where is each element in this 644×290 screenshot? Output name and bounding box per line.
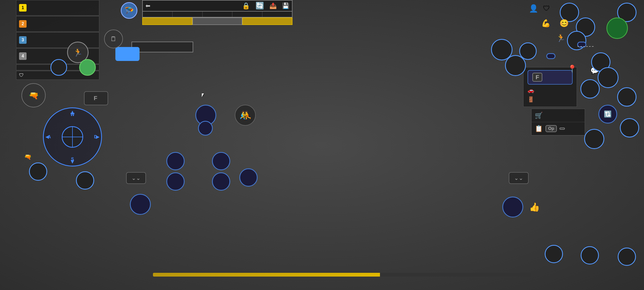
run-icon: 🏃 [556, 34, 566, 42]
chevron-down-button[interactable] [142, 25, 292, 28]
player-item-1[interactable]: 1 [16, 0, 99, 16]
weapon-slot-4-container [130, 194, 151, 215]
dpad-center [62, 126, 83, 148]
rotate-button[interactable]: 🔃 [598, 105, 617, 124]
smiley-icon-button[interactable]: 😊 [559, 19, 569, 28]
save-icon[interactable]: 💾 [282, 2, 289, 9]
dpad-inner: ▲ ▼ ◄ ► W S A D [43, 107, 102, 166]
player-number-4: 4 [19, 52, 27, 60]
location-icon-button[interactable]: 📍 [568, 64, 577, 73]
weapon-2-container [212, 152, 230, 191]
add-button[interactable] [203, 12, 232, 17]
ammo-icon: 🔫 [24, 154, 31, 161]
view-button[interactable] [115, 47, 140, 61]
cancel-button[interactable]: F [84, 91, 108, 105]
ammo-counter: 🔫 [24, 154, 33, 161]
c-key-button[interactable] [581, 246, 599, 264]
q-key-button[interactable] [50, 59, 67, 76]
v-key-label [559, 128, 565, 130]
get-in-icon: 🚪 [528, 96, 534, 103]
rescue-button-container [195, 105, 216, 127]
four-key-button[interactable] [130, 194, 151, 215]
exit-button[interactable] [143, 12, 173, 17]
mouse-r-top-button[interactable] [606, 17, 628, 39]
g-key-button[interactable] [502, 197, 523, 218]
export-icon[interactable]: 📤 [269, 2, 277, 9]
top-right-icons: 👤 🛡 [529, 4, 550, 13]
progress-bar [153, 273, 380, 277]
dropdown-btn-left[interactable]: ⌄⌄ [126, 172, 146, 184]
six-key-button[interactable] [239, 168, 258, 187]
weapon-slot-1[interactable] [166, 172, 185, 191]
rotate-icon: 🔃 [604, 110, 612, 118]
lock-icon[interactable]: 🔒 [242, 2, 250, 10]
smiley-icon: 😊 [559, 19, 569, 27]
muscle-icon: 💪 [541, 19, 551, 27]
muscle-icon-button[interactable]: 💪 [541, 19, 551, 28]
bottom-dropdown-left[interactable]: ⌄⌄ [126, 172, 146, 184]
space-button[interactable] [620, 118, 639, 137]
dropdown-btn-right[interactable]: ⌄⌄ [509, 172, 529, 184]
f2-button[interactable] [76, 171, 94, 190]
person-icon-button[interactable]: 👤 [529, 4, 538, 13]
player-number-2: 2 [19, 20, 27, 28]
menu-bar: ⬅ 🔒 🔄 📤 💾 [142, 0, 292, 12]
d-key: D [94, 135, 97, 139]
parachute-button[interactable]: 🪂 [121, 2, 137, 19]
shield-icon-button[interactable]: 🛡 [543, 4, 550, 13]
f-large-button[interactable] [505, 55, 526, 76]
b-key-1[interactable] [166, 152, 185, 170]
mouse-r-side-button[interactable] [617, 87, 636, 107]
shop-icon: 🛒 [535, 112, 543, 119]
open-icon: 📋 [535, 125, 543, 132]
grenade-button[interactable]: 🔫 [21, 83, 46, 107]
shop-panel: 🛒 📋 Op [531, 109, 585, 136]
reset-button[interactable] [232, 12, 262, 17]
player-number-3: 3 [19, 36, 27, 44]
player-item-2[interactable]: 2 [16, 16, 99, 32]
layout-reset-button[interactable] [192, 17, 243, 25]
carry-button-container: 🤼 [235, 105, 256, 127]
map-icon: 🗒 [110, 35, 117, 43]
new-layout-popup [131, 42, 193, 52]
layout1-button[interactable] [142, 17, 192, 25]
player-item-3[interactable]: 3 [16, 32, 99, 48]
map-icon-button[interactable]: 🗒 [104, 30, 123, 48]
f-drive-button[interactable]: F [528, 70, 573, 85]
player-number-1: 1 [19, 4, 27, 12]
e-key-button[interactable] [79, 59, 96, 76]
unfocus-button[interactable] [173, 12, 202, 17]
shop-row: 🛒 [532, 109, 585, 122]
layout-save-button[interactable] [242, 17, 292, 25]
w-key: W [70, 112, 74, 117]
run-icon-button[interactable]: 🏃 [556, 34, 566, 42]
get-in-row: 🚪 [528, 95, 573, 104]
z-key-button[interactable] [618, 248, 636, 266]
thumbs-up-button[interactable]: 👍 [529, 202, 540, 212]
mouse-l-button[interactable] [584, 129, 604, 149]
bottom-dropdown-right[interactable]: ⌄⌄ [509, 172, 529, 184]
sprint-icon: 🏃 [73, 48, 83, 57]
carry-button[interactable]: 🤼 [235, 105, 256, 126]
rescue-v-button[interactable] [198, 121, 213, 136]
tab-button[interactable] [29, 162, 47, 181]
r-key-button[interactable] [545, 245, 563, 263]
thumbs-up-icon: 👍 [529, 202, 540, 212]
weapon-slot-2[interactable] [212, 172, 230, 191]
s-key: S [71, 157, 74, 162]
rescue-group [195, 105, 216, 127]
back-icon[interactable]: ⬅ [145, 2, 150, 9]
top-menu-container: ⬅ 🔒 🔄 📤 💾 [142, 0, 292, 28]
mouse-2-button[interactable] [580, 79, 600, 99]
weapon-1-container [166, 152, 185, 191]
bullet-icon: 🔫 [29, 91, 39, 100]
g-right-button[interactable] [598, 67, 619, 88]
g-key-container [502, 197, 523, 218]
open-key: Op [546, 125, 557, 132]
b-key-2[interactable] [212, 152, 230, 170]
sync-icon[interactable]: 🔄 [255, 2, 264, 10]
l-alt-button[interactable] [546, 53, 555, 59]
carry-icon: 🤼 [239, 110, 251, 121]
dpad[interactable]: ▲ ▼ ◄ ► W S A D [43, 107, 102, 166]
save-button[interactable] [262, 12, 292, 17]
